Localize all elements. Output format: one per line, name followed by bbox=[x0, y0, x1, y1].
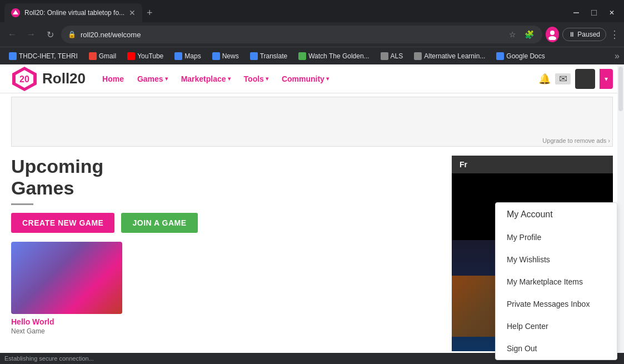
bookmark-label: Alternative Learnin... bbox=[424, 52, 485, 60]
close-window-button[interactable]: ✕ bbox=[604, 5, 620, 21]
games-grid: Hello World Next Game bbox=[11, 242, 441, 335]
tab-bar: Roll20: Online virtual tabletop fo... ✕ … bbox=[0, 0, 624, 22]
bookmark-favicon bbox=[212, 52, 220, 60]
bookmark-favicon bbox=[414, 52, 422, 60]
bookmark-translate[interactable]: Translate bbox=[246, 51, 292, 61]
dropdown-help-center[interactable]: Help Center bbox=[496, 315, 617, 337]
svg-point-3 bbox=[550, 31, 555, 35]
pause-sync-button[interactable]: ⏸ Paused bbox=[562, 28, 606, 41]
maximize-button[interactable] bbox=[586, 5, 602, 21]
svg-point-4 bbox=[548, 36, 556, 40]
bookmark-als[interactable]: ALS bbox=[376, 51, 408, 61]
ad-banner: Upgrade to remove ads › bbox=[11, 97, 613, 147]
bookmark-watch[interactable]: Watch The Golden... bbox=[294, 51, 373, 61]
user-dropdown-button[interactable]: ▾ bbox=[600, 69, 613, 89]
pause-label: Paused bbox=[577, 31, 600, 38]
nav-games[interactable]: Games ▾ bbox=[132, 71, 173, 87]
bookmark-favicon bbox=[127, 52, 135, 60]
game-thumbnail bbox=[11, 242, 122, 314]
user-avatar[interactable] bbox=[575, 69, 595, 89]
forward-button[interactable]: → bbox=[23, 27, 39, 42]
site-logo[interactable]: 20 Roll20 bbox=[11, 66, 86, 92]
bookmark-label: Translate bbox=[260, 52, 288, 60]
tab-favicon bbox=[11, 8, 20, 17]
nav-community[interactable]: Community ▾ bbox=[276, 71, 335, 87]
active-tab[interactable]: Roll20: Online virtual tabletop fo... ✕ bbox=[4, 3, 142, 22]
bookmark-label: Gmail bbox=[99, 52, 116, 60]
status-text: Establishing secure connection... bbox=[4, 355, 94, 362]
bookmark-thdc[interactable]: THDC-IHET, TEHRI bbox=[4, 51, 82, 61]
page-content: 20 Roll20 Home Games ▾ Marketplace ▾ Too… bbox=[0, 64, 624, 364]
tab-close-button[interactable]: ✕ bbox=[129, 8, 136, 17]
upgrade-link[interactable]: Upgrade to remove ads › bbox=[542, 137, 610, 144]
bookmarks-bar: THDC-IHET, TEHRI Gmail YouTube Maps News… bbox=[0, 47, 624, 64]
games-caret-icon: ▾ bbox=[165, 76, 168, 82]
logo-text: Roll20 bbox=[42, 70, 86, 87]
bookmark-label: THDC-IHET, TEHRI bbox=[19, 52, 78, 60]
extension-icon[interactable]: 🧩 bbox=[522, 28, 536, 41]
bookmark-gmail[interactable]: Gmail bbox=[84, 51, 121, 61]
bookmark-favicon bbox=[298, 52, 306, 60]
address-bar-icons: ☆ 🧩 bbox=[506, 28, 536, 41]
new-tab-button[interactable]: + bbox=[147, 7, 153, 19]
dropdown-marketplace-items[interactable]: My Marketplace Items bbox=[496, 271, 617, 293]
dropdown-private-messages[interactable]: Private Messages Inbox bbox=[496, 293, 617, 315]
browser-menu-button[interactable]: ⋮ bbox=[610, 28, 620, 41]
nav-right: 🔔 ✉ ▾ bbox=[538, 69, 613, 89]
nav-tools[interactable]: Tools ▾ bbox=[238, 71, 274, 87]
page-scrollbar[interactable] bbox=[617, 64, 624, 364]
game-title: Hello World bbox=[11, 317, 122, 326]
fr-panel-header: Fr bbox=[452, 156, 613, 173]
more-bookmarks-button[interactable]: » bbox=[615, 51, 620, 61]
bookmark-favicon bbox=[174, 52, 182, 60]
minimize-button[interactable] bbox=[568, 5, 584, 21]
bookmark-news[interactable]: News bbox=[208, 51, 243, 61]
left-content: Upcoming Games CREATE NEW GAME JOIN A GA… bbox=[11, 156, 441, 351]
bookmark-favicon bbox=[250, 52, 258, 60]
nav-home[interactable]: Home bbox=[97, 71, 129, 87]
svg-rect-2 bbox=[591, 10, 597, 16]
svg-text:20: 20 bbox=[19, 74, 29, 84]
messages-icon[interactable]: ✉ bbox=[555, 73, 571, 84]
address-bar[interactable]: 🔒 roll20.net/welcome ☆ 🧩 bbox=[61, 26, 542, 43]
window-controls: ✕ bbox=[568, 5, 620, 21]
bookmark-label: News bbox=[222, 52, 239, 60]
profile-button[interactable] bbox=[546, 28, 559, 41]
user-dropdown-menu: My Account My Profile My Wishlists My Ma… bbox=[495, 202, 617, 360]
game-thumbnail-image bbox=[11, 242, 122, 314]
action-buttons: CREATE NEW GAME JOIN A GAME bbox=[11, 213, 441, 233]
page-title: Upcoming Games bbox=[11, 156, 441, 199]
community-caret-icon: ▾ bbox=[326, 76, 329, 82]
nav-marketplace[interactable]: Marketplace ▾ bbox=[176, 71, 236, 87]
game-next-label: Next Game bbox=[11, 327, 122, 335]
bookmark-favicon bbox=[9, 52, 17, 60]
notifications-bell-icon[interactable]: 🔔 bbox=[538, 73, 551, 85]
bookmark-label: Maps bbox=[184, 52, 201, 60]
bookmark-favicon bbox=[89, 52, 97, 60]
dropdown-my-profile[interactable]: My Profile bbox=[496, 226, 617, 248]
bookmark-star-icon[interactable]: ☆ bbox=[506, 28, 519, 41]
tab-title: Roll20: Online virtual tabletop fo... bbox=[24, 9, 124, 17]
dropdown-my-account[interactable]: My Account bbox=[496, 203, 617, 226]
profile-avatar[interactable] bbox=[546, 27, 559, 42]
pause-icon: ⏸ bbox=[568, 31, 575, 38]
logo-icon: 20 bbox=[11, 66, 38, 92]
bookmark-youtube[interactable]: YouTube bbox=[123, 51, 168, 61]
dropdown-my-wishlists[interactable]: My Wishlists bbox=[496, 248, 617, 271]
reload-button[interactable]: ↻ bbox=[42, 27, 58, 42]
create-new-game-button[interactable]: CREATE NEW GAME bbox=[11, 213, 114, 233]
join-game-button[interactable]: JOIN A GAME bbox=[121, 213, 197, 233]
dropdown-sign-out[interactable]: Sign Out bbox=[496, 337, 617, 360]
browser-chrome: Roll20: Online virtual tabletop fo... ✕ … bbox=[0, 0, 624, 64]
back-button[interactable]: ← bbox=[4, 27, 20, 42]
bookmark-favicon bbox=[381, 52, 388, 60]
url-text: roll20.net/welcome bbox=[81, 31, 501, 39]
bookmark-maps[interactable]: Maps bbox=[170, 51, 205, 61]
title-divider bbox=[11, 203, 33, 205]
bookmark-altlearn[interactable]: Alternative Learnin... bbox=[410, 51, 490, 61]
bookmark-gdocs[interactable]: Google Docs bbox=[492, 51, 549, 61]
nav-links: Home Games ▾ Marketplace ▾ Tools ▾ Commu… bbox=[97, 71, 335, 87]
svg-marker-0 bbox=[13, 10, 18, 14]
game-card[interactable]: Hello World Next Game bbox=[11, 242, 122, 335]
scrollbar-thumb[interactable] bbox=[618, 67, 623, 111]
